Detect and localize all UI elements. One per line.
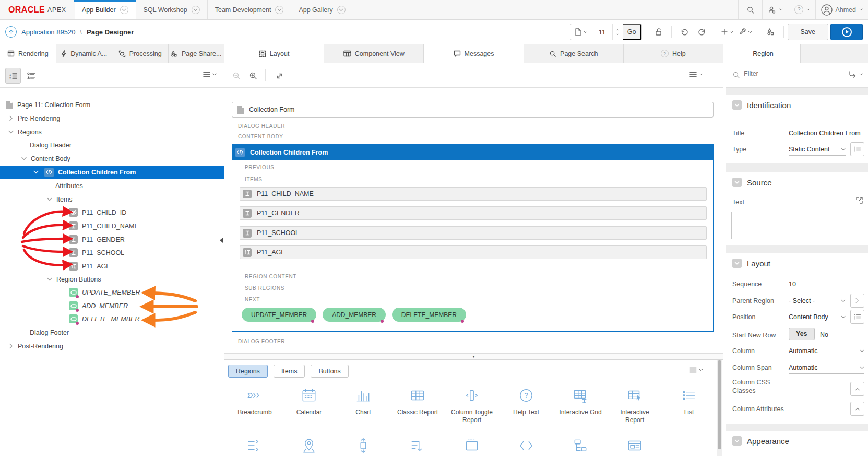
tree-row-dialog-footer[interactable]: Dialog Footer [0, 326, 224, 339]
undo-button[interactable] [675, 24, 693, 40]
zoom-in-button[interactable] [245, 68, 261, 84]
redo-button[interactable] [693, 24, 711, 40]
tree-row-p11-gender[interactable]: P11_GENDER [0, 233, 224, 246]
page-number-stepper[interactable] [612, 24, 623, 40]
column-attributes-expand-button[interactable] [850, 402, 864, 416]
left-splitter-collapse-handle[interactable] [220, 238, 223, 243]
scrollbar-thumb[interactable] [718, 360, 721, 449]
shared-components-button[interactable] [762, 24, 780, 40]
tab-component-view[interactable]: Component View [324, 44, 424, 63]
column-select[interactable]: Automatic [789, 345, 864, 357]
collapse-chevron-icon[interactable] [732, 100, 742, 110]
gallery-item-reflow-report[interactable] [336, 437, 390, 454]
run-page-button[interactable] [830, 24, 863, 40]
position-select[interactable]: Content Body [789, 311, 846, 323]
page-number-input[interactable] [592, 24, 612, 40]
gallery-item-interactive-report[interactable]: Interactive Report [608, 387, 662, 424]
tree-row-regions[interactable]: Regions [0, 125, 224, 138]
gallery-item-classic-report[interactable]: Classic Report [390, 387, 445, 424]
create-menu-button[interactable] [719, 24, 736, 40]
gallery-item-region-display-selector[interactable] [445, 437, 499, 454]
column-attributes-input[interactable] [794, 403, 846, 415]
tree-row-p11-age[interactable]: P11_AGE [0, 260, 224, 273]
tab-page-search[interactable]: Page Search [524, 44, 624, 63]
tree-row-update-member[interactable]: UPDATE_MEMBER [0, 286, 224, 299]
column-span-select[interactable]: Automatic [789, 361, 864, 374]
sequence-input[interactable]: 10 [789, 278, 849, 290]
gallery-item-static-content[interactable] [608, 437, 662, 454]
gallery-menu-button[interactable] [689, 367, 703, 373]
tab-region[interactable]: Region [726, 44, 801, 63]
gallery-item-list-view[interactable] [228, 437, 282, 454]
tree-row-p11-school[interactable]: P11_SCHOOL [0, 246, 224, 259]
tree-order-toggle-button[interactable]: 12 [5, 68, 21, 84]
tab-help[interactable]: ? Help [624, 44, 723, 63]
gallery-item-list[interactable]: List [662, 387, 716, 424]
layout-button-update-member[interactable]: UPDATE_MEMBER [242, 308, 316, 322]
gallery-scrollbar[interactable] [717, 360, 722, 456]
start-new-row-no-button[interactable]: No [820, 331, 828, 338]
gallery-item-plsql-dynamic-content[interactable] [499, 437, 553, 454]
gallery-item-help-text[interactable]: ? Help Text [499, 387, 553, 424]
save-button[interactable]: Save [788, 24, 829, 40]
tree-row-pre-rendering[interactable]: Pre-Rendering [0, 112, 224, 125]
nav-tab-team-development[interactable]: Team Development [208, 0, 292, 19]
region-header[interactable]: Collection Children From [232, 145, 713, 160]
layout-item-p11-age[interactable]: P11_AGE [240, 245, 707, 259]
source-text-textarea[interactable] [731, 212, 864, 239]
tree-row-add-member[interactable]: ADD_MEMBER [0, 299, 224, 312]
collapse-chevron-icon[interactable] [732, 436, 742, 446]
open-code-editor-button[interactable] [855, 196, 863, 204]
chevron-down-icon[interactable] [120, 6, 128, 14]
gallery-tab-buttons[interactable]: Buttons [311, 365, 348, 378]
page-picker-button[interactable] [570, 24, 592, 40]
gallery-item-breadcrumb[interactable]: Breadcrumb [228, 387, 282, 424]
tree-row-p11-child-name[interactable]: P11_CHILD_NAME [0, 219, 224, 232]
global-search-button[interactable] [738, 0, 762, 19]
tab-messages[interactable]: Messages [424, 44, 524, 63]
tab-rendering[interactable]: Rendering [0, 44, 56, 63]
type-quickpick-button[interactable] [850, 142, 864, 156]
tree-row-delete-member[interactable]: DELETE_MEMBER [0, 312, 224, 325]
gallery-item-chart[interactable]: Chart [336, 387, 390, 424]
layout-item-p11-child-name[interactable]: P11_CHILD_NAME [240, 187, 707, 201]
tree-row-p11-child-id[interactable]: P11_CHILD_ID [0, 206, 224, 219]
tab-layout[interactable]: Layout [224, 44, 324, 63]
column-css-expand-button[interactable] [850, 382, 864, 396]
tab-page-shared-components[interactable]: Page Share... [169, 44, 224, 63]
layout-item-p11-school[interactable]: P11_SCHOOL [240, 226, 707, 240]
gallery-item-column-toggle-report[interactable]: Column Toggle Report [445, 387, 499, 424]
tree-grouping-toggle-button[interactable] [23, 68, 39, 84]
property-filter-input[interactable] [744, 70, 822, 77]
tab-dynamic-actions[interactable]: Dynamic A... [56, 44, 113, 63]
admin-menu-button[interactable] [762, 0, 789, 19]
column-css-input[interactable] [789, 383, 846, 395]
nav-tab-app-gallery[interactable]: App Gallery [291, 0, 353, 19]
tree-row-collection-children-from[interactable]: Collection Children From [0, 166, 224, 179]
chevron-down-icon[interactable] [337, 6, 346, 14]
gallery-tab-regions[interactable]: Regions [228, 365, 268, 378]
chevron-down-icon[interactable] [192, 6, 200, 14]
page-container-box[interactable]: Collection Form [232, 102, 714, 118]
utilities-menu-button[interactable] [736, 24, 754, 40]
region-box[interactable]: Collection Children From PREVIOUS ITEMS … [232, 144, 714, 332]
go-button[interactable]: Go [623, 24, 641, 40]
lock-button[interactable] [650, 24, 668, 40]
tree-row-content-body[interactable]: Content Body [0, 152, 224, 165]
tree-menu-button[interactable] [203, 72, 217, 77]
expand-button[interactable] [271, 68, 287, 84]
title-input[interactable]: Collection Children From [789, 127, 864, 139]
gallery-tab-items[interactable]: Items [274, 365, 305, 378]
layout-button-add-member[interactable]: ADD_MEMBER [323, 308, 386, 322]
gallery-item-tree[interactable] [553, 437, 608, 454]
start-new-row-yes-button[interactable]: Yes [789, 328, 815, 340]
tree-row-dialog-header[interactable]: Dialog Header [0, 138, 224, 151]
layout-button-delete-member[interactable]: DELETE_MEMBER [392, 308, 466, 322]
application-link[interactable]: Application 89520 [21, 28, 75, 36]
resize-handle-icon[interactable] [859, 235, 864, 239]
collapse-chevron-icon[interactable] [732, 259, 742, 268]
tree-row-post-rendering[interactable]: Post-Rendering [0, 340, 224, 353]
gallery-splitter[interactable]: ▼ [224, 353, 723, 360]
gallery-item-interactive-grid[interactable]: Interactive Grid [553, 387, 608, 424]
nav-tab-app-builder[interactable]: App Builder [75, 0, 136, 19]
